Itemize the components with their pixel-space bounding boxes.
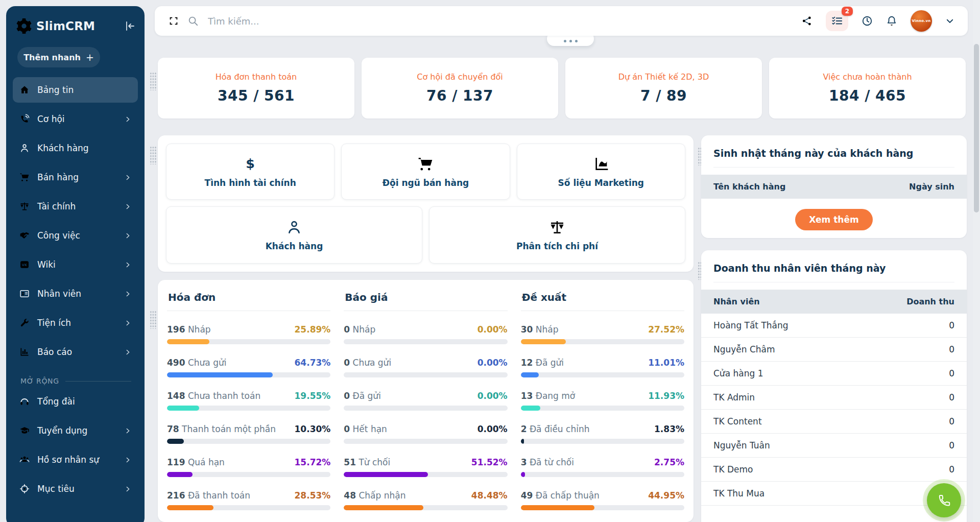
drag-handle[interactable] bbox=[150, 146, 157, 164]
history-clock-icon[interactable] bbox=[862, 15, 873, 27]
stat-title: Việc chưa hoàn thành bbox=[823, 72, 912, 82]
user-icon bbox=[19, 143, 30, 153]
table-row: Hoàng Tất Thắng 0 bbox=[701, 314, 967, 338]
stat-card-opportunities[interactable]: Cơ hội đã chuyển đổi 76 / 137 bbox=[362, 58, 558, 118]
status-label: Nháp bbox=[536, 324, 559, 335]
employee-revenue: 0 bbox=[949, 440, 954, 450]
see-more-button[interactable]: Xem thêm bbox=[795, 209, 872, 230]
column-title: Đề xuất bbox=[521, 291, 684, 311]
area-chart-icon bbox=[593, 156, 609, 172]
employee-name: TK Content bbox=[713, 416, 762, 426]
status-row: 490 Chưa gửi 64.73% bbox=[167, 358, 330, 377]
sidebar-item-khach-hang[interactable]: Khách hàng bbox=[13, 135, 138, 161]
sidebar-collapse-icon[interactable] bbox=[124, 20, 136, 32]
employee-revenue: 0 bbox=[949, 368, 954, 378]
sidebar-section-mo-rong: MỞ RỘNG bbox=[20, 377, 131, 385]
table-row: TK Admin 0 bbox=[701, 386, 967, 410]
tile-cost-analysis[interactable]: Phân tích chi phí bbox=[429, 206, 685, 264]
sidebar-item-label: Bán hàng bbox=[37, 172, 79, 182]
stat-card-projects[interactable]: Dự án Thiết kế 2D, 3D 7 / 89 bbox=[565, 58, 762, 118]
status-percent: 28.53% bbox=[295, 490, 331, 501]
drag-handle[interactable] bbox=[150, 311, 157, 329]
progress-bar-fill bbox=[344, 505, 423, 510]
status-label: Chưa gửi bbox=[188, 358, 227, 368]
stat-value: 7 / 89 bbox=[640, 87, 687, 104]
status-count: 148 bbox=[167, 391, 185, 401]
progress-bar bbox=[167, 439, 330, 444]
headset-icon bbox=[19, 396, 30, 407]
sidebar-item-label: Tiện ích bbox=[37, 318, 71, 328]
progress-bar-fill bbox=[521, 339, 566, 344]
sidebar-item-label: Báo cáo bbox=[37, 347, 72, 357]
tile-sales-team[interactable]: Đội ngũ bán hàng bbox=[341, 144, 510, 200]
status-percent: 11.01% bbox=[648, 358, 684, 368]
sidebar-item-co-hoi[interactable]: Cơ hội bbox=[13, 106, 138, 132]
status-label: Nháp bbox=[353, 324, 376, 335]
status-count: 0 bbox=[344, 358, 350, 368]
task-list-icon bbox=[831, 15, 843, 27]
scrollbar-track bbox=[973, 0, 980, 522]
id-card-icon bbox=[19, 289, 30, 299]
user-icon bbox=[286, 219, 302, 235]
progress-bar bbox=[521, 339, 684, 344]
status-count: 119 bbox=[167, 457, 185, 467]
avatar[interactable]: Vinno.vn bbox=[911, 10, 932, 32]
status-row: 119 Quá hạn 15.72% bbox=[167, 457, 330, 477]
sidebar-item-cong-viec[interactable]: Công việc bbox=[13, 223, 138, 248]
progress-bar bbox=[344, 472, 507, 477]
sidebar: SlimCRM Thêm nhanh + Bảng tin Cơ hội Khá… bbox=[6, 6, 145, 522]
search-input[interactable] bbox=[207, 15, 793, 27]
chevron-right-icon bbox=[125, 262, 131, 268]
tasks-button[interactable]: 2 bbox=[826, 11, 848, 31]
status-count: 49 bbox=[521, 490, 533, 501]
sidebar-item-tong-dai[interactable]: Tổng đài bbox=[13, 389, 138, 414]
progress-bar-fill bbox=[521, 439, 524, 444]
fullscreen-icon[interactable] bbox=[168, 15, 179, 27]
sidebar-item-bao-cao[interactable]: Báo cáo bbox=[13, 339, 138, 365]
sidebar-item-label: Nhân viên bbox=[37, 289, 81, 299]
sidebar-item-label: Mục tiêu bbox=[37, 484, 75, 494]
top-bar: 2 Vinno.vn bbox=[155, 6, 968, 36]
stat-card-tasks[interactable]: Việc chưa hoàn thành 184 / 465 bbox=[769, 58, 966, 118]
status-label: Chưa gửi bbox=[353, 358, 392, 368]
chevron-right-icon bbox=[125, 232, 131, 239]
sidebar-item-tien-ich[interactable]: Tiện ích bbox=[13, 310, 138, 336]
status-percent: 2.75% bbox=[654, 457, 684, 467]
tile-customers[interactable]: Khách hàng bbox=[166, 206, 422, 264]
progress-bar bbox=[521, 439, 684, 444]
sidebar-item-wiki[interactable]: Wiki bbox=[13, 252, 138, 277]
status-label: Hết hạn bbox=[353, 424, 387, 434]
status-row: 0 Chưa gửi 0.00% bbox=[344, 358, 507, 377]
progress-bar bbox=[344, 439, 507, 444]
status-count: 12 bbox=[521, 358, 533, 368]
revenue-panel: Doanh thu nhân viên tháng này Nhân viên … bbox=[701, 250, 967, 522]
status-count: 0 bbox=[344, 391, 350, 401]
sidebar-item-ho-so-nhan-su[interactable]: Hồ sơ nhân sự bbox=[13, 447, 138, 472]
stat-title: Hóa đơn thanh toán bbox=[216, 72, 297, 82]
status-count: 3 bbox=[521, 457, 527, 467]
sidebar-item-bang-tin[interactable]: Bảng tin bbox=[13, 77, 138, 103]
call-fab-button[interactable] bbox=[927, 483, 961, 517]
sidebar-item-tuyen-dung[interactable]: Tuyển dụng bbox=[13, 418, 138, 443]
sidebar-item-nhan-vien[interactable]: Nhân viên bbox=[13, 281, 138, 306]
share-icon[interactable] bbox=[801, 15, 812, 27]
sidebar-item-muc-tieu[interactable]: Mục tiêu bbox=[13, 476, 138, 502]
scrollbar-thumb[interactable] bbox=[974, 44, 979, 212]
notifications-bell-icon[interactable] bbox=[886, 15, 897, 27]
column-quotes: Báo giá 0 Nháp 0.00% 0 Chưa gửi 0.00% 0 … bbox=[344, 291, 507, 510]
progress-bar-fill bbox=[167, 339, 209, 344]
status-count: 51 bbox=[344, 457, 356, 467]
sidebar-item-ban-hang[interactable]: Bán hàng bbox=[13, 164, 138, 190]
sidebar-item-tai-chinh[interactable]: Tài chính bbox=[13, 194, 138, 219]
tile-marketing[interactable]: Số liệu Marketing bbox=[517, 144, 685, 200]
chevron-down-icon[interactable] bbox=[945, 16, 954, 26]
tile-finance[interactable]: Tình hình tài chính bbox=[166, 144, 334, 200]
stat-title: Dự án Thiết kế 2D, 3D bbox=[618, 72, 709, 82]
search-icon bbox=[187, 15, 199, 27]
stat-value: 76 / 137 bbox=[426, 87, 493, 104]
status-percent: 0.00% bbox=[477, 424, 508, 434]
stat-card-invoices[interactable]: Hóa đơn thanh toán 345 / 561 bbox=[158, 58, 354, 118]
quick-add-button[interactable]: Thêm nhanh + bbox=[17, 47, 100, 67]
logo-row: SlimCRM bbox=[6, 6, 145, 37]
drag-handle[interactable] bbox=[150, 72, 157, 90]
